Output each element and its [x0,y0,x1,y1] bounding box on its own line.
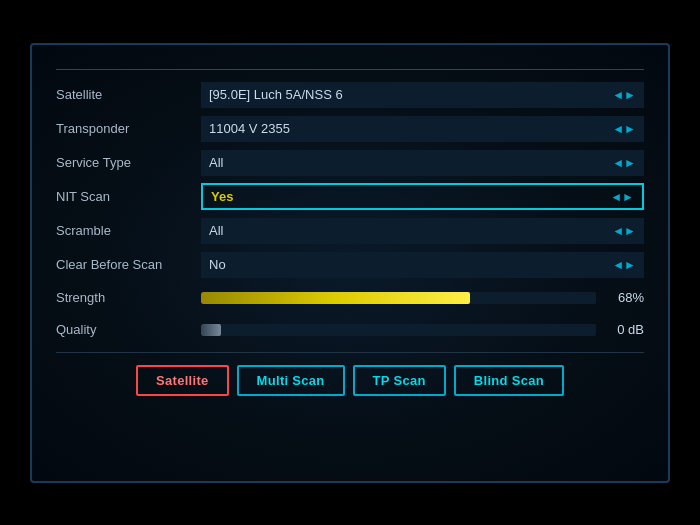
arrow-icon-transponder: ◄► [612,122,636,136]
value-satellite: [95.0E] Luch 5A/NSS 6 [209,87,343,102]
blind-scan-btn[interactable]: Blind Scan [454,365,564,396]
bar-row-strength: Strength68% [56,284,644,312]
bar-label-strength: Strength [56,290,201,305]
value-container-satellite[interactable]: [95.0E] Luch 5A/NSS 6◄► [201,82,644,108]
bar-track-strength [201,292,596,304]
screen-title [56,63,644,70]
arrow-icon-service-type: ◄► [612,156,636,170]
value-scramble: All [209,223,223,238]
arrow-icon-clear-before-scan: ◄► [612,258,636,272]
label-transponder: Transponder [56,121,201,136]
label-service-type: Service Type [56,155,201,170]
tp-scan-btn[interactable]: TP Scan [353,365,446,396]
value-clear-before-scan: No [209,257,226,272]
value-container-transponder[interactable]: 11004 V 2355◄► [201,116,644,142]
value-nit-scan: Yes [211,189,233,204]
arrow-icon-satellite: ◄► [612,88,636,102]
field-row-service-type: Service TypeAll◄► [56,148,644,178]
label-nit-scan: NIT Scan [56,189,201,204]
bar-fill-quality [201,324,221,336]
bar-label-quality: Quality [56,322,201,337]
button-row: SatelliteMulti ScanTP ScanBlind Scan [56,365,644,396]
satellite-btn[interactable]: Satellite [136,365,229,396]
field-row-scramble: ScrambleAll◄► [56,216,644,246]
field-row-clear-before-scan: Clear Before ScanNo◄► [56,250,644,280]
bar-value-quality: 0 dB [604,322,644,337]
bar-track-quality [201,324,596,336]
satellite-search-screen: Satellite[95.0E] Luch 5A/NSS 6◄►Transpon… [30,43,670,483]
value-container-service-type[interactable]: All◄► [201,150,644,176]
value-transponder: 11004 V 2355 [209,121,290,136]
value-container-scramble[interactable]: All◄► [201,218,644,244]
field-row-transponder: Transponder11004 V 2355◄► [56,114,644,144]
arrow-icon-nit-scan: ◄► [610,190,634,204]
bar-row-quality: Quality0 dB [56,316,644,344]
value-service-type: All [209,155,223,170]
bar-fill-strength [201,292,470,304]
value-container-nit-scan[interactable]: Yes◄► [201,183,644,210]
bar-value-strength: 68% [604,290,644,305]
multi-scan-btn[interactable]: Multi Scan [237,365,345,396]
field-row-nit-scan: NIT ScanYes◄► [56,182,644,212]
field-row-satellite: Satellite[95.0E] Luch 5A/NSS 6◄► [56,80,644,110]
arrow-icon-scramble: ◄► [612,224,636,238]
value-container-clear-before-scan[interactable]: No◄► [201,252,644,278]
divider [56,352,644,353]
label-clear-before-scan: Clear Before Scan [56,257,201,272]
label-scramble: Scramble [56,223,201,238]
bars-container: Strength68%Quality0 dB [56,284,644,344]
fields-container: Satellite[95.0E] Luch 5A/NSS 6◄►Transpon… [56,80,644,280]
label-satellite: Satellite [56,87,201,102]
